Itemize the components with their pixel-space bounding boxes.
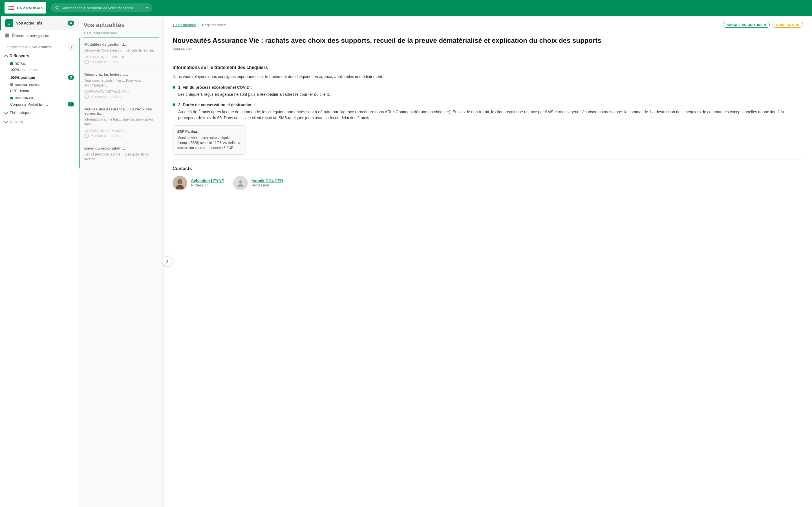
- news-item-4[interactable]: Envoi du récapitulatif… Sed ut perspicia…: [79, 142, 163, 168]
- contact-card-1[interactable]: Sébastien LEYNE Profession: [172, 176, 224, 190]
- breadcrumb: 100% pratique › Réglementaire: [172, 22, 226, 27]
- bpf-label: BPF Hebdo: [10, 89, 29, 93]
- svg-rect-4: [11, 6, 14, 7]
- list-item-1: 1. Fin du process exceptionnel COVID : L…: [172, 84, 803, 98]
- search-bar[interactable]: ▾: [51, 3, 152, 12]
- sidebar-item-corporate-portail[interactable]: Corporate Portail Ent… 1: [0, 100, 79, 108]
- add-chain-button[interactable]: +: [68, 44, 74, 50]
- main-layout: Vos actualités 4 Éléments enregistrés Le…: [0, 16, 812, 507]
- diffuseurs-header[interactable]: Diffuseurs: [0, 51, 79, 60]
- news-item-1[interactable]: Modalités de gestion d… Découvrez l'opér…: [79, 38, 163, 68]
- svg-point-16: [238, 184, 244, 187]
- contact-role-1: Profession: [191, 183, 224, 187]
- sidebar-item-vos-actualites[interactable]: Vos actualités 4: [0, 16, 79, 31]
- news-item-2[interactable]: Découvrez les leviers e… Tous commerçant…: [79, 68, 163, 103]
- univers-arrow-icon: [4, 120, 8, 124]
- news-item-2-meta: CORPORATE PORTAIL ENTR…: [84, 90, 159, 93]
- search-icon: [55, 6, 59, 10]
- list-item-1-title: 1. Fin du process exceptionnel COVID :: [178, 84, 803, 91]
- sidebar-vos-actualites-label: Vos actualités: [16, 21, 68, 25]
- svg-point-14: [176, 185, 184, 189]
- news-item-3-title: Nouveautés Assurance… du choix des suppo…: [84, 107, 159, 115]
- category-corporate: CORPORATE: [0, 95, 79, 100]
- detail-section1-intro: Nous vous relayons deux consignes import…: [172, 73, 803, 80]
- sidebar: Vos actualités 4 Éléments enregistrés Le…: [0, 16, 79, 507]
- univers-label: Univers: [10, 119, 23, 124]
- news-item-1-action[interactable]: ✓ Marquer comme lu…: [84, 60, 159, 64]
- breadcrumb-link[interactable]: 100% pratique: [172, 23, 196, 27]
- detail-list: 1. Fin du process exceptionnel COVID : L…: [172, 84, 803, 121]
- contact-name-2[interactable]: Yannik GOUGER: [252, 179, 283, 183]
- diffuseurs-arrow-icon: [4, 54, 8, 58]
- list-item-1-content: 1. Fin du process exceptionnel COVID : L…: [178, 84, 803, 98]
- news-item-2-title: Découvrez les leviers e…: [84, 72, 159, 76]
- news-item-3-preview: Informations sur le trait… agence, appli…: [84, 117, 159, 127]
- contact-avatar-2: [233, 176, 248, 190]
- detail-date: Publiée hier: [172, 47, 803, 51]
- news-item-2-action[interactable]: ✓ Marquer comme lu…: [84, 94, 159, 99]
- sidebar-item-bpf-hebdo[interactable]: BPF Hebdo: [0, 87, 79, 95]
- breadcrumb-separator: ›: [199, 22, 200, 27]
- svg-rect-10: [8, 23, 11, 23]
- breadcrumb-current: Réglementaire: [202, 23, 226, 27]
- search-dropdown-icon[interactable]: ▾: [146, 6, 148, 10]
- sidebar-item-100-commerce[interactable]: 100% commerce: [0, 66, 79, 73]
- pratique-label: 100% pratique: [10, 75, 35, 80]
- sms-preview-box: BNP Paribas Merci de venir retirer votre…: [172, 125, 246, 155]
- list-item-2-title: 2- Durée de conservation et destruction …: [178, 102, 803, 108]
- contact-card-2[interactable]: Yannik GOUGER Profession: [233, 176, 283, 190]
- contacts-grid: Sébastien LEYNE Profession Yannik GOUGER…: [172, 176, 803, 190]
- search-input[interactable]: [61, 6, 144, 10]
- expand-arrow-button[interactable]: [162, 256, 172, 267]
- category-retail: RETAIL: [0, 60, 79, 66]
- content-area: Vos actualités 4 actualités non lues Mod…: [79, 16, 812, 507]
- contact-role-2: Profession: [252, 183, 283, 187]
- diffuseurs-label: Diffuseurs: [10, 54, 29, 58]
- svg-rect-5: [11, 8, 14, 8]
- sms-sender: BNP Paribas: [177, 129, 241, 133]
- app-header: BNP PARIBAS ▾: [0, 0, 812, 16]
- thematiques-label: Thématiques: [10, 110, 33, 115]
- commerce-label: 100% commerce: [10, 68, 38, 72]
- contact-avatar-1: [172, 176, 187, 190]
- sidebar-item-elements-enregistres[interactable]: Éléments enregistrés: [0, 31, 79, 41]
- detail-section1-title: Informations sur le traitement des chéqu…: [172, 65, 803, 70]
- news-panel-subtitle: 4 actualités non lues: [84, 31, 159, 38]
- news-item-3[interactable]: Nouveautés Assurance… du choix des suppo…: [79, 103, 163, 142]
- banque-privee-label: BANQUE PRIVÉE: [15, 83, 40, 87]
- chains-label: Les chaînes que vous suivez: [4, 45, 52, 49]
- tag-banque-quotidien: BANQUE AU QUOTIDIEN: [723, 22, 770, 27]
- bullet-icon-2: [172, 103, 175, 106]
- news-item-3-action[interactable]: ✓ Marquer comme lu…: [84, 133, 159, 138]
- corporate-portail-badge: 1: [68, 102, 74, 107]
- check-icon-2: ✓: [84, 94, 89, 99]
- retail-label: RETAIL: [15, 62, 26, 65]
- news-item-2-preview: Tous commerçants ! Il es… Pour vous acco…: [84, 78, 159, 88]
- tag-pour-action: POUR ACTION: [772, 22, 803, 27]
- diffuseurs-group: Diffuseurs RETAIL 100% commerce 100% pra…: [0, 51, 79, 108]
- list-item-2: 2- Durée de conservation et destruction …: [172, 102, 803, 121]
- contact-name-1[interactable]: Sébastien LEYNE: [191, 179, 224, 183]
- news-item-1-title: Modalités de gestion d…: [84, 42, 159, 47]
- save-icon: [5, 34, 9, 38]
- news-list: Modalités de gestion d… Découvrez l'opér…: [79, 38, 163, 507]
- logo[interactable]: BNP PARIBAS: [4, 2, 46, 13]
- news-item-1-meta: 100% PRATIQUE • MARCHÉ…: [84, 55, 159, 59]
- detail-divider: [172, 58, 803, 58]
- person-placeholder-icon: [237, 179, 245, 187]
- svg-rect-11: [8, 24, 10, 24]
- sidebar-thematiques-header[interactable]: Thématiques: [0, 108, 79, 117]
- svg-rect-1: [8, 6, 11, 7]
- news-item-4-preview: Sed ut perspiciatis unde… ipsa quae ab i…: [84, 152, 159, 162]
- sidebar-chains-header[interactable]: Les chaînes que vous suivez +: [0, 41, 79, 51]
- check-icon-1: ✓: [84, 60, 89, 64]
- svg-point-15: [239, 180, 242, 184]
- svg-point-12: [177, 179, 183, 184]
- sidebar-item-100-pratique[interactable]: 100% pratique 3: [0, 73, 79, 81]
- svg-rect-2: [8, 8, 11, 8]
- detail-panel: 100% pratique › Réglementaire BANQUE AU …: [163, 16, 812, 507]
- svg-line-8: [58, 8, 59, 9]
- sidebar-univers-header[interactable]: Univers: [0, 117, 79, 126]
- news-panel-header: Vos actualités 4 actualités non lues: [79, 16, 163, 38]
- sidebar-elements-label: Éléments enregistrés: [12, 33, 49, 38]
